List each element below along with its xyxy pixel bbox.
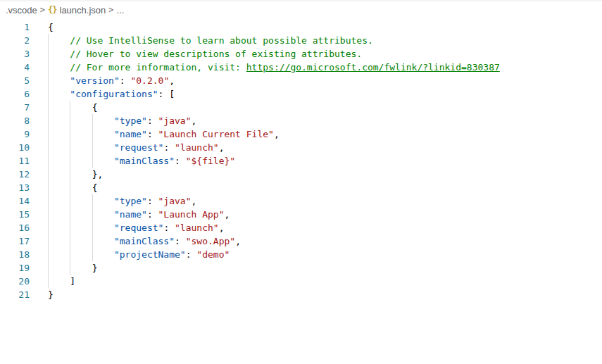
- indent-guide: [48, 114, 49, 127]
- indent-guide: [48, 168, 49, 181]
- code-token-string: "${file}": [186, 156, 235, 166]
- code-line[interactable]: 1{: [0, 20, 602, 34]
- line-text: }: [48, 288, 54, 301]
- code-token-comment: // Hover to view descriptions of existin…: [70, 49, 362, 59]
- line-number[interactable]: 2: [0, 34, 30, 47]
- indent-guide: [92, 194, 93, 208]
- code-token-comment: // Use IntelliSense to learn about possi…: [70, 35, 372, 46]
- code-line[interactable]: 7 {: [0, 101, 602, 114]
- line-text: },: [48, 168, 103, 181]
- line-number[interactable]: 6: [0, 87, 30, 101]
- code-token-punct: ,: [169, 75, 175, 86]
- code-line[interactable]: 5 "version": "0.2.0",: [0, 74, 602, 87]
- line-number[interactable]: 7: [0, 101, 30, 114]
- line-number[interactable]: 11: [0, 154, 30, 168]
- indent-spaces: [48, 236, 114, 246]
- code-line[interactable]: 21}: [0, 288, 602, 301]
- line-text: "request": "launch",: [48, 141, 224, 154]
- line-number[interactable]: 12: [0, 168, 30, 181]
- code-line[interactable]: 18 "projectName": "demo": [0, 248, 602, 261]
- editor-root: .vscode > {} launch.json > ... 1{2 // Us…: [0, 0, 602, 364]
- code-line[interactable]: 6 "configurations": [: [0, 87, 602, 101]
- line-number[interactable]: 21: [0, 288, 30, 301]
- indent-guide: [92, 234, 93, 248]
- line-number[interactable]: 17: [0, 234, 30, 248]
- breadcrumb-item-file[interactable]: {} launch.json: [48, 5, 106, 15]
- code-token-punct: :: [147, 196, 158, 206]
- line-number[interactable]: 20: [0, 275, 30, 288]
- code-token-key: "request": [114, 142, 163, 153]
- code-line[interactable]: 15 "name": "Launch App",: [0, 208, 602, 221]
- line-text: "name": "Launch App",: [48, 208, 230, 221]
- code-token-string: "swo.App": [186, 236, 235, 246]
- breadcrumb-symbol-placeholder[interactable]: ...: [117, 5, 125, 15]
- comment-link[interactable]: https://go.microsoft.com/fwlink/?linkid=…: [246, 62, 500, 73]
- code-line[interactable]: 16 "request": "launch",: [0, 221, 602, 234]
- code-line[interactable]: 20 ]: [0, 275, 602, 288]
- line-number[interactable]: 14: [0, 194, 30, 208]
- indent-spaces: [48, 35, 70, 46]
- code-line[interactable]: 17 "mainClass": "swo.App",: [0, 234, 602, 248]
- indent-guide: [70, 168, 70, 181]
- indent-spaces: [48, 196, 114, 206]
- line-number[interactable]: 10: [0, 141, 30, 154]
- code-token-punct: :: [163, 222, 175, 233]
- line-text: "configurations": [: [48, 87, 175, 101]
- line-text: "type": "java",: [48, 194, 196, 208]
- code-line[interactable]: 13 {: [0, 181, 602, 194]
- line-number[interactable]: 8: [0, 114, 30, 127]
- code-line[interactable]: 11 "mainClass": "${file}": [0, 154, 602, 168]
- indent-guide: [92, 154, 93, 168]
- indent-guide: [70, 101, 70, 114]
- indent-guide: [92, 221, 93, 234]
- line-number[interactable]: 18: [0, 248, 30, 261]
- code-line[interactable]: 2 // Use IntelliSense to learn about pos…: [0, 34, 602, 47]
- line-number[interactable]: 9: [0, 127, 30, 141]
- indent-spaces: [48, 89, 70, 99]
- code-line[interactable]: 3 // Hover to view descriptions of exist…: [0, 47, 602, 61]
- code-token-string: "0.2.0": [130, 75, 169, 86]
- json-file-icon: {}: [48, 5, 56, 15]
- code-token-string: "java": [158, 196, 192, 206]
- line-number[interactable]: 16: [0, 221, 30, 234]
- breadcrumb-item-vscode[interactable]: .vscode: [6, 5, 37, 15]
- code-line[interactable]: 19 }: [0, 261, 602, 275]
- code-token-punct: ,: [219, 142, 225, 153]
- indent-guide: [92, 248, 93, 261]
- line-number[interactable]: 3: [0, 47, 30, 61]
- line-number[interactable]: 13: [0, 181, 30, 194]
- indent-guide: [70, 154, 70, 168]
- indent-guide: [92, 208, 93, 221]
- line-number[interactable]: 15: [0, 208, 30, 221]
- line-number[interactable]: 1: [0, 20, 30, 34]
- indent-guide: [70, 234, 70, 248]
- line-text: {: [48, 20, 54, 34]
- line-number[interactable]: 4: [0, 61, 30, 74]
- code-token-key: "mainClass": [114, 156, 175, 166]
- line-number[interactable]: 5: [0, 74, 30, 87]
- code-token-key: "name": [114, 129, 147, 139]
- code-editor[interactable]: 1{2 // Use IntelliSense to learn about p…: [0, 18, 602, 301]
- indent-guide: [48, 275, 49, 288]
- indent-guide: [48, 127, 49, 141]
- line-text: // Use IntelliSense to learn about possi…: [48, 34, 373, 47]
- indent-guide: [70, 248, 70, 261]
- line-number[interactable]: 19: [0, 261, 30, 275]
- code-line[interactable]: 9 "name": "Launch Current File",: [0, 127, 602, 141]
- code-line[interactable]: 12 },: [0, 168, 602, 181]
- indent-guide: [70, 221, 70, 234]
- indent-spaces: [48, 115, 114, 126]
- code-line[interactable]: 4 // For more information, visit: https:…: [0, 61, 602, 74]
- code-line[interactable]: 8 "type": "java",: [0, 114, 602, 127]
- code-token-punct: : [: [158, 89, 175, 99]
- code-token-punct: {: [92, 182, 98, 193]
- code-token-punct: ,: [192, 115, 197, 126]
- breadcrumb-file-label: launch.json: [60, 5, 106, 15]
- code-line[interactable]: 14 "type": "java",: [0, 194, 602, 208]
- line-text: "type": "java",: [48, 114, 196, 127]
- indent-guide: [70, 114, 70, 127]
- line-text: "mainClass": "swo.App",: [48, 234, 241, 248]
- indent-guide: [70, 181, 70, 194]
- code-token-key: "request": [114, 222, 163, 233]
- code-line[interactable]: 10 "request": "launch",: [0, 141, 602, 154]
